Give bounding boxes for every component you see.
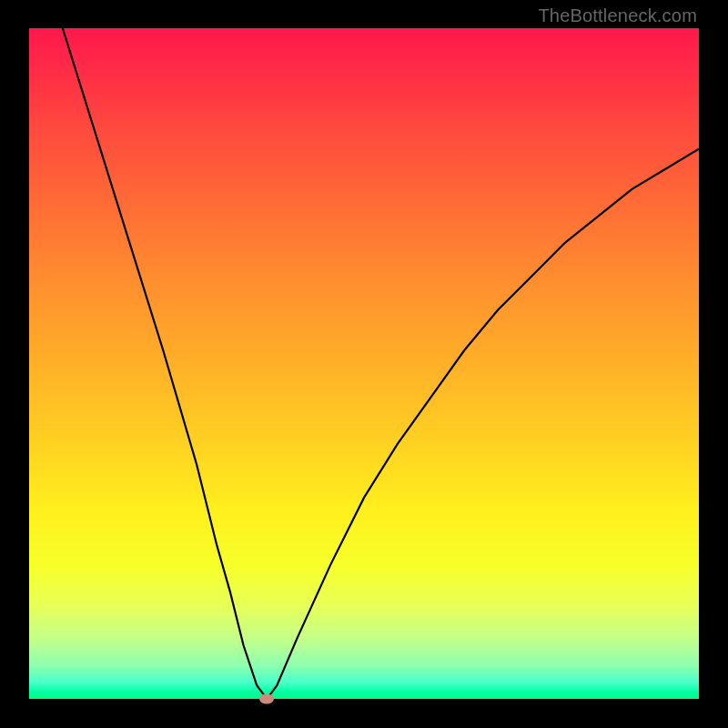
bottleneck-curve [29,28,699,699]
plot-area [29,28,699,699]
chart-frame: TheBottleneck.com [0,0,728,728]
watermark-text: TheBottleneck.com [538,5,697,26]
optimal-point-marker [259,694,274,704]
